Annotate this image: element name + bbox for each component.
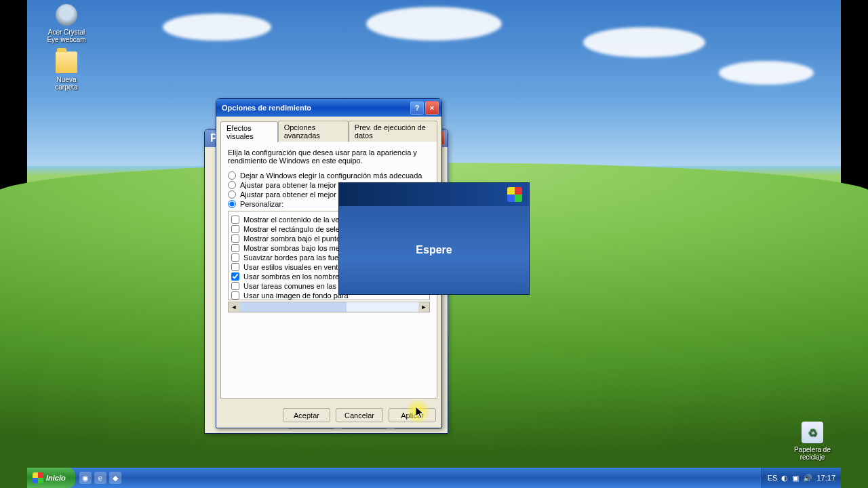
effect-checkbox[interactable] [231,263,239,271]
scroll-track[interactable] [239,302,418,312]
cloud [163,14,271,41]
icon-label: Acer Crystal Eye webcam [46,28,87,43]
quick-launch: ◉ e ◆ [75,468,125,488]
effect-label: Suavizar bordes para las fuente [243,253,349,262]
effect-label: Mostrar sombra bajo el puntero [243,235,347,243]
effect-label: Usar tareas comunes en las carp [243,282,353,290]
effect-checkbox[interactable] [231,235,239,243]
quick-launch-ie[interactable]: e [94,472,106,484]
effect-label: Usar una imagen de fondo para [243,291,349,300]
windows-logo-icon [507,187,522,202]
close-button[interactable]: × [425,101,439,115]
dialog-buttons: Aceptar Cancelar Aplicar [216,403,441,428]
effect-label: Mostrar el contenido de la venta [243,216,350,224]
scroll-left-arrow[interactable]: ◄ [229,302,239,312]
wait-text: Espere [416,244,452,256]
cloud [366,7,502,41]
horizontal-scrollbar[interactable]: ◄ ► [228,302,430,312]
icon-label: Papelera de reciclaje [792,446,833,461]
tab-strip: Efectos visuales Opciones avanzadas Prev… [220,121,437,142]
radio-let-windows[interactable]: Dejar a Windows elegir la configuración … [228,171,430,180]
cancel-button[interactable]: Cancelar [336,408,383,422]
desktop-icon-folder[interactable]: Nueva carpeta [46,52,87,91]
volume-icon[interactable]: 🔊 [803,474,812,483]
system-tray[interactable]: ES ◐ ▣ 🔊 17:17 [762,468,841,488]
scroll-thumb[interactable] [239,302,347,312]
quick-launch-chrome[interactable]: ◉ [79,472,92,484]
effect-label: Mostrar sombras bajo los menús [243,244,352,252]
start-button[interactable]: Inicio [27,468,75,488]
webcam-icon [56,4,77,26]
language-indicator[interactable]: ES [768,474,778,482]
titlebar[interactable]: Opciones de rendimiento ? × [216,99,441,117]
tray-icon[interactable]: ▣ [792,474,799,483]
recycle-bin-icon [802,422,823,443]
tray-icon[interactable]: ◐ [781,474,788,483]
effect-checkbox[interactable] [231,253,239,262]
wait-header [339,183,529,206]
effect-checkbox[interactable] [231,216,239,224]
effect-checkbox[interactable] [231,282,239,290]
desktop[interactable]: Acer Crystal Eye webcam Nueva carpeta Pa… [27,0,841,488]
scroll-right-arrow[interactable]: ► [418,302,429,312]
effect-checkbox[interactable] [231,225,239,233]
ok-button[interactable]: Aceptar [283,408,330,422]
apply-button[interactable]: Aplicar [389,408,436,422]
effect-label: Usar estilos visuales en ventana [243,263,351,271]
effect-label: Mostrar el rectángulo de selecció [243,225,353,233]
effect-checkbox[interactable] [231,272,239,281]
help-button[interactable]: ? [410,101,424,115]
desktop-icon-webcam[interactable]: Acer Crystal Eye webcam [46,4,87,43]
tab-visual-effects[interactable]: Efectos visuales [220,121,278,142]
clock[interactable]: 17:17 [816,474,835,482]
tab-dep[interactable]: Prev. de ejecución de datos [349,121,437,142]
cloud [719,61,814,85]
taskbar[interactable]: Inicio ◉ e ◆ ES ◐ ▣ 🔊 17:17 [27,468,841,488]
cloud [583,27,705,58]
window-title: Opciones de rendimiento [222,104,409,112]
intro-text: Elija la configuración que desea usar pa… [228,148,430,165]
start-label: Inicio [46,474,66,482]
folder-icon [56,52,77,73]
effect-label: Usar sombras en los nombres de [243,272,353,281]
windows-logo-icon [33,472,43,483]
icon-label: Nueva carpeta [46,76,87,91]
quick-launch-app[interactable]: ◆ [109,472,121,484]
wait-dialog: Espere [338,182,530,295]
desktop-icon-recycle[interactable]: Papelera de reciclaje [792,422,833,461]
wait-body: Espere [339,206,529,294]
tab-advanced[interactable]: Opciones avanzadas [278,121,349,142]
effect-checkbox[interactable] [231,291,239,300]
effect-checkbox[interactable] [231,244,239,252]
